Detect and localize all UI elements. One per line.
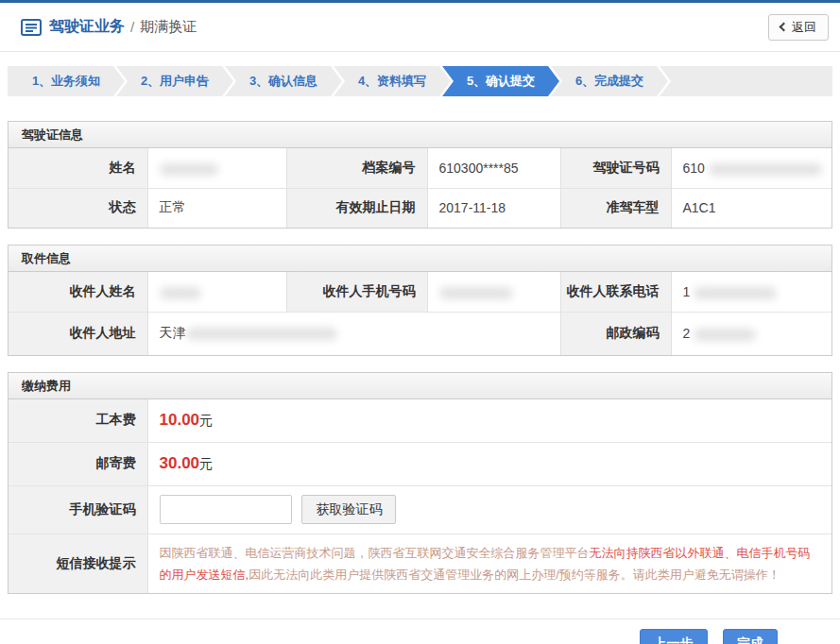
redacted-mobile (439, 287, 513, 299)
postage-fee-amount: 30.00 (160, 454, 200, 472)
name-label: 姓名 (9, 148, 147, 188)
page-header: 驾驶证业务 / 期满换证 返回 (0, 3, 840, 52)
pickup-info-section: 取件信息 收件人姓名 收件人手机号码 收件人联系电话 1 收件人地址 天津 邮政… (8, 245, 832, 356)
finish-button[interactable]: 完成 (723, 629, 778, 644)
chevron-left-icon (780, 23, 789, 32)
address-prefix: 天津 (160, 325, 186, 340)
file-number-value: 610300****85 (427, 148, 560, 188)
status-label: 状态 (9, 188, 147, 228)
valid-until-value: 2017-11-18 (427, 188, 560, 228)
sms-notice-label: 短信接收提示 (9, 534, 147, 593)
recipient-tel-label: 收件人联系电话 (560, 272, 671, 312)
license-number-label: 驾驶证号码 (560, 148, 671, 188)
step-1-notice[interactable]: 1、业务须知 (8, 66, 125, 96)
step-bar-filler (660, 66, 832, 96)
redacted-tel (694, 287, 777, 299)
page-subtitle: 期满换证 (140, 18, 197, 36)
fees-section: 缴纳费用 工本费 10.00元 邮寄费 30.00元 手机验证码 获取验证码 短… (8, 372, 832, 594)
sms-notice-text: 因陕西省联通、电信运营商技术问题，陕西省互联网交通安全综合服务管理平台无法向持陕… (147, 534, 831, 593)
postal-code-label: 邮政编码 (560, 312, 671, 355)
valid-until-label: 有效期止日期 (286, 188, 427, 228)
redacted-license-number (709, 163, 822, 176)
breadcrumb-separator: / (130, 19, 134, 35)
step-3-confirm-info[interactable]: 3、确认信息 (225, 66, 342, 96)
fees-section-title: 缴纳费用 (9, 373, 831, 399)
previous-step-button[interactable]: 上一步 (640, 629, 708, 644)
step-wizard: 1、业务须知 2、用户申告 3、确认信息 4、资料填写 5、确认提交 6、完成提… (8, 66, 832, 96)
footer-actions: 上一步 完成 (0, 619, 840, 644)
step-2-declaration[interactable]: 2、用户申告 (116, 66, 233, 96)
work-fee-label: 工本费 (9, 399, 147, 442)
vehicle-class-label: 准驾车型 (560, 188, 671, 228)
page: 驾驶证业务 / 期满换证 返回 1、业务须知 2、用户申告 3、确认信息 4、资… (0, 0, 840, 644)
postal-prefix: 2 (683, 326, 691, 341)
pickup-section-title: 取件信息 (9, 246, 831, 272)
recipient-mobile-value (427, 272, 560, 312)
get-sms-code-button[interactable]: 获取验证码 (301, 495, 396, 524)
postage-fee-label: 邮寄费 (9, 442, 147, 485)
work-fee-value: 10.00元 (147, 399, 831, 442)
recipient-name-value (147, 272, 286, 312)
address-value: 天津 (147, 312, 560, 355)
pickup-info-table: 收件人姓名 收件人手机号码 收件人联系电话 1 收件人地址 天津 邮政编码 2 (9, 272, 831, 355)
back-button-label: 返回 (792, 19, 816, 36)
table-row: 收件人姓名 收件人手机号码 收件人联系电话 1 (9, 272, 831, 312)
table-row: 收件人地址 天津 邮政编码 2 (9, 312, 831, 355)
table-row: 邮寄费 30.00元 (9, 442, 831, 485)
license-info-section: 驾驶证信息 姓名 档案编号 610300****85 驾驶证号码 610 状态 … (8, 121, 832, 229)
postage-fee-unit: 元 (199, 456, 213, 471)
page-title: 驾驶证业务 (49, 17, 125, 37)
sms-code-cell: 获取验证码 (147, 485, 831, 534)
recipient-tel-prefix: 1 (683, 284, 691, 299)
redacted-address (186, 328, 337, 340)
address-label: 收件人地址 (9, 312, 147, 355)
postal-code-value: 2 (671, 312, 831, 355)
sms-code-label: 手机验证码 (9, 485, 147, 534)
notice-part-1: 因陕西省联通、电信运营商技术问题，陕西省互联网交通安全综合服务管理平台 (160, 546, 590, 560)
recipient-mobile-label: 收件人手机号码 (286, 272, 427, 312)
work-fee-unit: 元 (199, 413, 213, 428)
table-row: 工本费 10.00元 (9, 399, 831, 442)
redacted-postal (694, 329, 756, 341)
table-row: 手机验证码 获取验证码 (9, 485, 831, 534)
step-6-complete[interactable]: 6、完成提交 (551, 66, 668, 96)
license-info-table: 姓名 档案编号 610300****85 驾驶证号码 610 状态 正常 有效期… (9, 148, 831, 228)
redacted-recipient-name (160, 287, 201, 299)
name-value (147, 148, 286, 188)
license-list-icon (21, 19, 42, 36)
redacted-name (160, 163, 218, 176)
license-section-title: 驾驶证信息 (9, 122, 831, 148)
recipient-tel-value: 1 (671, 272, 831, 312)
table-row: 短信接收提示 因陕西省联通、电信运营商技术问题，陕西省互联网交通安全综合服务管理… (9, 534, 831, 593)
step-4-fill-data[interactable]: 4、资料填写 (334, 66, 451, 96)
fees-table: 工本费 10.00元 邮寄费 30.00元 手机验证码 获取验证码 短信接收提示… (9, 399, 831, 593)
table-row: 状态 正常 有效期止日期 2017-11-18 准驾车型 A1C1 (9, 188, 831, 228)
sms-code-input[interactable] (160, 495, 292, 524)
recipient-name-label: 收件人姓名 (9, 272, 147, 312)
work-fee-amount: 10.00 (160, 411, 200, 429)
table-row: 姓名 档案编号 610300****85 驾驶证号码 610 (9, 148, 831, 188)
step-5-confirm-submit[interactable]: 5、确认提交 (442, 66, 559, 96)
status-value: 正常 (147, 188, 286, 228)
back-button[interactable]: 返回 (768, 14, 829, 41)
notice-part-3: 因此无法向此类用户提供陕西省交通管理业务的网上办理/预约等服务。请此类用户避免无… (249, 568, 780, 582)
vehicle-class-value: A1C1 (671, 188, 831, 228)
license-number-value: 610 (671, 148, 831, 188)
postage-fee-value: 30.00元 (147, 442, 831, 485)
license-number-prefix: 610 (683, 161, 705, 176)
file-number-label: 档案编号 (286, 148, 427, 188)
